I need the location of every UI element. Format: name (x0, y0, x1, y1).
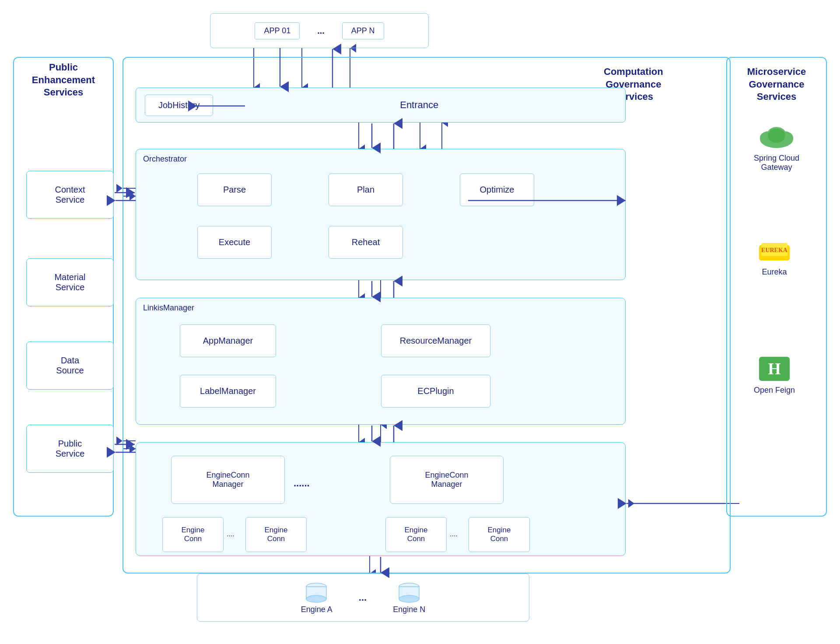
engine-n-label: Engine N (393, 605, 425, 614)
svg-point-36 (306, 595, 326, 602)
engine-conn-3: EngineConn (385, 517, 447, 552)
plan-box: Plan (329, 173, 403, 206)
apps-container: APP 01 ... APP N (210, 13, 429, 48)
spring-cloud-icon (757, 123, 796, 151)
material-service-label: Material Service (54, 272, 85, 292)
engine-conn-1: EngineConn (162, 517, 224, 552)
ecplugin-box: ECPlugin (381, 375, 490, 408)
diagram-container: Public Enhancement Services Context Serv… (0, 0, 840, 644)
openfeign-section: H Open Feign (737, 355, 812, 395)
svg-point-39 (399, 595, 419, 602)
engine-a-cylinder (304, 581, 329, 603)
engines-ellipsis: ... (359, 592, 367, 603)
svg-text:EUREKA: EUREKA (761, 247, 788, 253)
openfeign-label: Open Feign (754, 386, 795, 395)
spring-cloud-gateway: Spring CloudGateway (739, 123, 814, 172)
resourcemanager-box: ResourceManager (381, 324, 490, 357)
engines-container: Engine A ... Engine N (197, 574, 529, 622)
context-service-label: Context Service (55, 185, 85, 205)
data-source-box: Data Source (26, 341, 114, 390)
engine-conn-manager-section: EngineConnManager ...... EngineConnManag… (136, 442, 626, 556)
svg-point-28 (768, 129, 785, 143)
material-service-box: Material Service (26, 258, 114, 306)
orchestrator-label: Orchestrator (143, 155, 187, 164)
appN-box: APP N (342, 22, 384, 39)
engine-conn-2: EngineConn (245, 517, 307, 552)
ec-dots-1: .... (227, 530, 234, 538)
linkismanager-label: LinkisManager (143, 303, 194, 313)
data-source-label: Data Source (56, 355, 84, 376)
parse-box: Parse (197, 173, 272, 206)
jobhistory-box: JobHistory (145, 95, 213, 116)
execute-box: Execute (197, 226, 272, 259)
ecm-box-2: EngineConnManager (390, 456, 504, 504)
eureka-section: EUREKA Eureka (737, 236, 812, 277)
apps-ellipsis: ... (317, 26, 325, 36)
openfeign-icon: H (757, 355, 792, 383)
linkismanager-section: LinkisManager AppManager ResourceManager… (136, 298, 626, 425)
labelmanager-box: LabelManager (180, 375, 276, 408)
appmanager-box: AppManager (180, 324, 276, 357)
engine-n-group: Engine N (393, 581, 425, 614)
entrance-row: JobHistory Entrance (136, 88, 626, 123)
microservice-governance-title: Microservice Governance Services (726, 66, 827, 103)
ec-dots-2: .... (450, 530, 458, 538)
engine-n-cylinder (397, 581, 421, 603)
reheat-box: Reheat (329, 226, 403, 259)
eureka-icon: EUREKA (755, 236, 794, 265)
public-service-box: Public Service (26, 425, 114, 473)
public-service-label: Public Service (56, 439, 85, 459)
eureka-label: Eureka (762, 267, 787, 277)
optimize-box: Optimize (460, 173, 534, 206)
svg-text:H: H (768, 359, 781, 378)
app01-box: APP 01 (255, 22, 300, 39)
engine-conn-4: EngineConn (469, 517, 530, 552)
engine-a-label: Engine A (301, 605, 332, 614)
engine-a-group: Engine A (301, 581, 332, 614)
spring-cloud-label: Spring CloudGateway (754, 154, 799, 172)
public-enhancement-title: Public Enhancement Services (13, 61, 114, 99)
ecm-ellipsis: ...... (294, 478, 310, 489)
context-service-box: Context Service (26, 171, 114, 219)
ecm-box-1: EngineConnManager (171, 456, 285, 504)
entrance-box: Entrance (213, 99, 625, 111)
orchestrator-section: Orchestrator Parse Plan Optimize Execute… (136, 149, 626, 280)
